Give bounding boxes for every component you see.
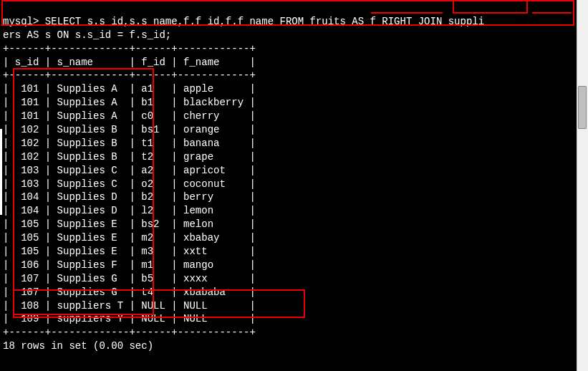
- table-border-bottom: +------+-------------+------+-----------…: [3, 327, 256, 338]
- table-row: | 105 | Supplies E | m2 | xbabay |: [3, 232, 256, 244]
- table-row: | 105 | Supplies E | m3 | xxtt |: [3, 246, 256, 257]
- table-row: | 108 | suppliers T | NULL | NULL |: [3, 300, 256, 312]
- table-row: | 101 | Supplies A | a1 | apple |: [3, 83, 256, 95]
- mysql-prompt: mysql>: [3, 16, 39, 27]
- scrollbar-thumb[interactable]: [578, 86, 587, 129]
- table-row: | 101 | Supplies A | b1 | blackberry |: [3, 97, 256, 108]
- table-border-top: +------+-------------+------+-----------…: [3, 43, 256, 54]
- table-row: | 102 | Supplies B | t2 | grape |: [3, 151, 256, 163]
- table-row: | 107 | Supplies G | b5 | xxxx |: [3, 273, 256, 284]
- table-row: | 107 | Supplies G | t4 | xbababa |: [3, 286, 256, 298]
- table-row: | 103 | Supplies C | a2 | apricot |: [3, 165, 256, 176]
- table-row: | 104 | Supplies D | b2 | berry |: [3, 191, 256, 203]
- table-row: | 104 | Supplies D | l2 | lemon |: [3, 205, 256, 216]
- table-row: | 106 | Supplies F | m1 | mango |: [3, 259, 256, 271]
- table-row: | 102 | Supplies B | bs1 | orange |: [3, 124, 256, 135]
- mysql-terminal[interactable]: mysql> SELECT s.s_id,s.s_name,f.f_id,f.f…: [0, 1, 588, 353]
- sql-query-part2: ers AS s ON s.s_id = f.s_id;: [3, 29, 171, 41]
- table-border-mid: +------+-------------+------+-----------…: [3, 69, 256, 81]
- sql-query-part1: SELECT s.s_id,s.s_name,f.f_id,f.f_name F…: [39, 16, 484, 27]
- table-row: | 105 | Supplies E | bs2 | melon |: [3, 218, 256, 230]
- table-row: | 101 | Supplies A | c0 | cherry |: [3, 110, 256, 122]
- table-row: | 102 | Supplies B | t1 | banana |: [3, 138, 256, 149]
- table-row: | 109 | suppliers Y | NULL | NULL |: [3, 313, 256, 324]
- result-footer: 18 rows in set (0.00 sec): [3, 340, 153, 352]
- table-row: | 103 | Supplies C | o2 | coconut |: [3, 178, 256, 190]
- left-edge-artifact: [0, 129, 2, 215]
- table-header: | s_id | s_name | f_id | f_name |: [3, 57, 256, 68]
- vertical-scrollbar[interactable]: [577, 0, 588, 371]
